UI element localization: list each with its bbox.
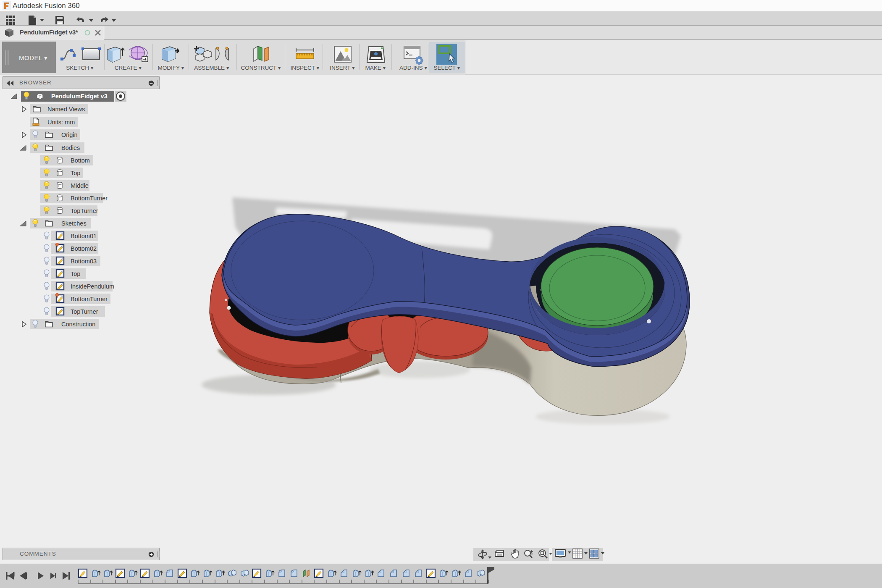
- svg-text:Bottom02: Bottom02: [71, 245, 97, 252]
- svg-text:InsidePendulum: InsidePendulum: [71, 283, 114, 290]
- svg-text:Middle: Middle: [71, 182, 89, 189]
- svg-text:PendulumFidget v3: PendulumFidget v3: [51, 93, 108, 100]
- svg-text:Bottom: Bottom: [71, 157, 90, 164]
- svg-text:Top: Top: [71, 270, 80, 277]
- svg-text:Units: mm: Units: mm: [47, 119, 75, 126]
- svg-text:Sketches: Sketches: [61, 220, 87, 227]
- svg-text:Construction: Construction: [61, 321, 95, 328]
- svg-text:Top: Top: [71, 170, 80, 176]
- svg-text:Bottom03: Bottom03: [71, 258, 97, 265]
- svg-text:Bodies: Bodies: [61, 144, 80, 151]
- svg-text:TopTurner: TopTurner: [71, 207, 98, 214]
- svg-text:BottomTurner: BottomTurner: [71, 296, 108, 302]
- svg-text:TopTurner: TopTurner: [71, 308, 98, 315]
- svg-text:Origin: Origin: [61, 131, 78, 138]
- svg-text:BottomTurner: BottomTurner: [71, 195, 108, 202]
- svg-text:Named Views: Named Views: [47, 106, 85, 113]
- svg-text:Bottom01: Bottom01: [71, 233, 97, 239]
